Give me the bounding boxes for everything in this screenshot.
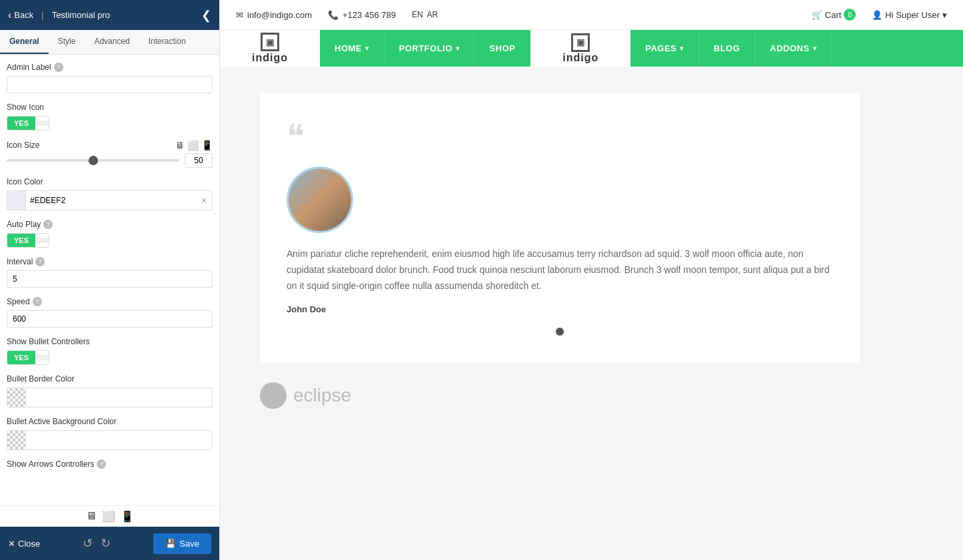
eclipse-circle-icon — [260, 382, 287, 409]
close-label: Close — [18, 539, 40, 549]
auto-play-toggle[interactable]: YES — [7, 233, 49, 248]
panel-footer: ✕ Close ↺ ↻ 💾 Save — [0, 527, 219, 560]
email-icon: ✉ — [236, 10, 243, 20]
show-bullet-off — [35, 355, 49, 360]
testimonial-author: John Doe — [287, 304, 833, 314]
icon-color-input-row: × — [7, 190, 213, 210]
panel-title: Testimonial pro — [52, 10, 110, 20]
auto-play-group: Auto Play ? YES — [7, 220, 213, 248]
save-label: Save — [179, 539, 199, 549]
nav-item-shop[interactable]: SHOP — [475, 30, 530, 67]
responsive-bar: 🖥 ⬜ 📱 — [0, 505, 219, 527]
bullet-dot — [556, 328, 564, 336]
tab-style[interactable]: Style — [49, 30, 85, 54]
user-label: Hi Super User — [885, 10, 940, 20]
show-arrows-help-icon[interactable]: ? — [97, 459, 106, 469]
email-item: ✉ info@indigo.com — [236, 10, 312, 20]
show-icon-toggle[interactable]: YES — [7, 116, 49, 131]
top-bar: ✉ info@indigo.com 📞 +123 456 789 EN AR 🛒… — [220, 0, 963, 30]
bullet-border-color-text-input[interactable] — [26, 390, 212, 405]
eclipse-logo: eclipse — [260, 382, 923, 409]
tab-advanced[interactable]: Advanced — [85, 30, 139, 54]
responsive-icons: 🖥 ⬜ 📱 — [175, 140, 213, 150]
back-button[interactable]: ‹ Back — [8, 9, 33, 21]
language-switcher[interactable]: EN AR — [412, 10, 438, 19]
panel-tabs: General Style Advanced Interaction — [0, 30, 219, 55]
interval-help-icon[interactable]: ? — [35, 257, 45, 266]
panel-collapse-button[interactable]: ❮ — [201, 8, 211, 23]
nav-item-pages[interactable]: PAGES ▾ — [630, 30, 699, 67]
icon-color-clear-button[interactable]: × — [196, 192, 212, 208]
phone-text: +123 456 789 — [343, 10, 396, 20]
speed-group: Speed ? 600 — [7, 297, 213, 328]
bullet-border-color-swatch[interactable] — [7, 388, 26, 407]
bullet-active-bg-color-swatch[interactable] — [7, 431, 26, 449]
tab-general[interactable]: General — [0, 30, 49, 54]
email-text: info@indigo.com — [247, 10, 312, 20]
cart-area[interactable]: 🛒 Cart 0 — [812, 9, 856, 21]
interval-input[interactable]: 5 — [7, 270, 213, 288]
show-bullet-controllers-toggle[interactable]: YES — [7, 350, 49, 365]
interval-label: Interval ? — [7, 257, 213, 266]
bullet-border-color-label: Bullet Border Color — [7, 374, 213, 384]
nav-logo-center: ▣ indigo — [530, 30, 630, 67]
close-button[interactable]: ✕ Close — [8, 539, 40, 549]
auto-play-yes: YES — [7, 234, 35, 247]
auto-play-help-icon[interactable]: ? — [43, 220, 53, 229]
auto-play-off — [35, 238, 49, 243]
icon-size-slider[interactable] — [7, 159, 179, 162]
speed-input[interactable]: 600 — [7, 310, 213, 328]
panel-content: Admin Label ? Show Icon YES Icon Size — [0, 55, 219, 505]
show-bullet-yes: YES — [7, 351, 35, 364]
redo-button[interactable]: ↻ — [101, 536, 111, 551]
user-arrow-icon: ▾ — [942, 10, 947, 20]
person-image — [289, 168, 351, 231]
right-side: ✉ info@indigo.com 📞 +123 456 789 EN AR 🛒… — [220, 0, 963, 560]
nav-portfolio-arrow-icon: ▾ — [456, 45, 460, 52]
back-label: Back — [14, 10, 33, 20]
nav-item-addons[interactable]: ADDONS ▾ — [755, 30, 832, 67]
nav-logo-area[interactable]: ▣ indigo — [220, 30, 320, 67]
tab-interaction[interactable]: Interaction — [139, 30, 195, 54]
bullet-active-bg-color-text-input[interactable] — [26, 433, 212, 447]
quote-icon: ❝ — [287, 120, 833, 153]
nav-logo-text: indigo — [252, 52, 288, 64]
lang-ar[interactable]: AR — [427, 10, 439, 19]
admin-label-input[interactable] — [7, 76, 213, 93]
nav-item-blog[interactable]: BLOG — [699, 30, 756, 67]
speed-help-icon[interactable]: ? — [33, 297, 42, 306]
save-disk-icon: 💾 — [165, 539, 176, 549]
responsive-bar-tablet-icon[interactable]: ⬜ — [102, 510, 115, 523]
interval-group: Interval ? 5 — [7, 257, 213, 288]
nav-item-home[interactable]: HOME ▾ — [320, 30, 385, 67]
icon-size-value-input[interactable]: 50 — [185, 153, 213, 168]
responsive-bar-mobile-icon[interactable]: 📱 — [121, 510, 134, 523]
show-icon-label: Show Icon — [7, 103, 213, 112]
person-avatar — [287, 166, 353, 233]
icon-color-swatch[interactable] — [7, 191, 26, 210]
nav-home-arrow-icon: ▾ — [365, 45, 369, 52]
nav-logo-icon: ▣ — [261, 33, 279, 51]
bullet-active-bg-color-input-row — [7, 430, 213, 450]
tablet-icon[interactable]: ⬜ — [187, 140, 199, 150]
lang-en[interactable]: EN — [412, 10, 423, 19]
save-button[interactable]: 💾 Save — [153, 533, 211, 554]
nav-logo-center-icon: ▣ — [571, 33, 590, 52]
left-panel: ‹ Back | Testimonial pro ❮ General Style… — [0, 0, 220, 560]
nav-item-portfolio[interactable]: PORTFOLIO ▾ — [385, 30, 475, 67]
admin-label-label: Admin Label ? — [7, 63, 213, 72]
user-area[interactable]: 👤 Hi Super User ▾ — [872, 10, 947, 20]
phone-item: 📞 +123 456 789 — [328, 10, 396, 20]
undo-button[interactable]: ↺ — [83, 536, 93, 551]
footer-left: ✕ Close — [8, 539, 40, 549]
bullet-border-color-input-row — [7, 388, 213, 408]
bullet-active-bg-color-group: Bullet Active Background Color — [7, 417, 213, 450]
icon-color-text-input[interactable] — [26, 193, 196, 208]
mobile-icon[interactable]: 📱 — [201, 140, 213, 150]
close-x-icon: ✕ — [8, 539, 15, 549]
admin-label-help-icon[interactable]: ? — [54, 63, 63, 72]
main-content: ❝ Anim pariatur cliche reprehenderit, en… — [220, 67, 963, 560]
responsive-bar-desktop-icon[interactable]: 🖥 — [86, 510, 97, 523]
nav-items: HOME ▾ PORTFOLIO ▾ SHOP ▣ indigo — [320, 30, 832, 67]
desktop-icon[interactable]: 🖥 — [175, 140, 185, 150]
